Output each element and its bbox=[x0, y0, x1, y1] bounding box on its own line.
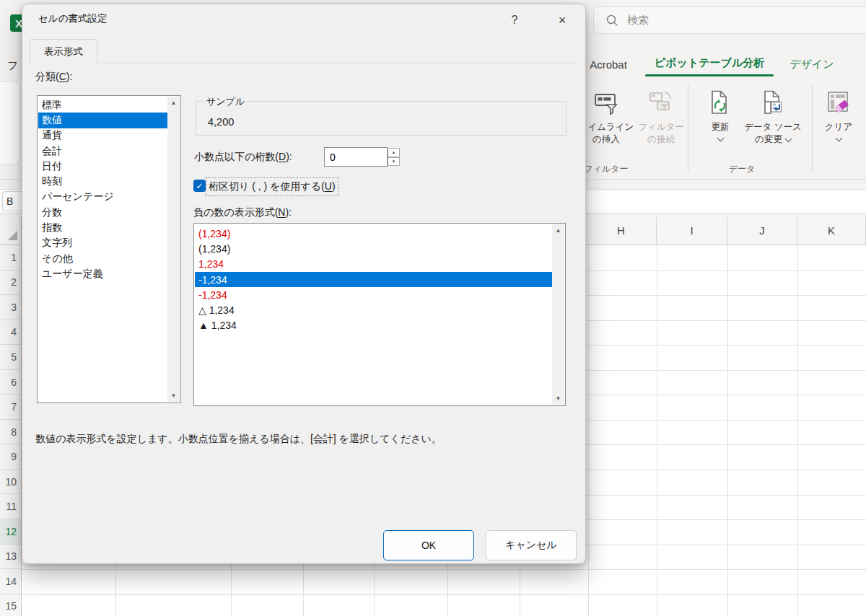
category-label: 分類(C): bbox=[35, 71, 72, 84]
row-header-7[interactable]: 7 bbox=[0, 395, 21, 420]
ribbon-group-card-partial bbox=[0, 82, 20, 164]
row-header-9[interactable]: 9 bbox=[0, 444, 21, 470]
thousand-separator-label[interactable]: 桁区切り ( , ) を使用する(U) bbox=[209, 180, 336, 193]
column-header-J[interactable]: J bbox=[727, 216, 797, 245]
clear-icon bbox=[826, 84, 852, 121]
group-separator bbox=[688, 84, 688, 173]
sample-value: 4,200 bbox=[208, 116, 234, 128]
category-item-5[interactable]: 時刻 bbox=[38, 174, 167, 189]
row-header-4[interactable]: 4 bbox=[0, 320, 21, 346]
category-item-9[interactable]: 文字列 bbox=[38, 236, 167, 251]
select-all-corner[interactable] bbox=[0, 216, 21, 245]
row-header-band[interactable]: 123456789101112131415 bbox=[0, 216, 22, 616]
row-header-15[interactable]: 15 bbox=[0, 594, 21, 616]
row-header-11[interactable]: 11 bbox=[0, 495, 21, 520]
negative-format-item-2[interactable]: 1,234 bbox=[195, 257, 552, 272]
column-header-H[interactable]: H bbox=[586, 216, 657, 245]
refresh-button[interactable]: 更新 bbox=[704, 84, 737, 172]
category-item-10[interactable]: その他 bbox=[38, 251, 167, 266]
filter-connections-label-2: の接続 bbox=[647, 133, 675, 146]
tab-number-format[interactable]: 表示形式 bbox=[30, 39, 97, 63]
close-button[interactable]: × bbox=[551, 10, 574, 30]
column-header-K[interactable]: K bbox=[797, 216, 866, 245]
negative-format-item-0[interactable]: (1,234) bbox=[195, 226, 552, 241]
change-data-source-label-2: の変更 bbox=[755, 133, 782, 146]
negative-formats-scrollbar[interactable]: ▲ ▼ bbox=[552, 224, 564, 405]
negative-format-item-3[interactable]: -1,234 bbox=[195, 272, 552, 287]
stepper-down-icon[interactable]: ▼ bbox=[388, 157, 400, 167]
insert-timeline-label-1: タイムライン bbox=[579, 121, 634, 133]
sample-groupbox: サンプル 4,200 bbox=[196, 101, 567, 136]
refresh-label: 更新 bbox=[712, 121, 730, 133]
row-header-5[interactable]: 5 bbox=[0, 345, 21, 370]
row-header-8[interactable]: 8 bbox=[0, 420, 21, 445]
category-item-11[interactable]: ユーザー定義 bbox=[38, 266, 167, 281]
category-item-4[interactable]: 日付 bbox=[38, 159, 167, 174]
tab-acrobat[interactable]: Acrobat bbox=[580, 53, 637, 75]
sample-label: サンプル bbox=[204, 95, 248, 108]
scroll-down-icon[interactable]: ▼ bbox=[552, 392, 564, 405]
clear-button[interactable]: クリア bbox=[820, 84, 857, 172]
ok-button[interactable]: OK bbox=[383, 530, 474, 560]
row-header-2[interactable]: 2 bbox=[0, 270, 21, 296]
negative-formats-listbox[interactable]: (1,234)(1,234)1,234-1,234-1,234△ 1,234▲ … bbox=[193, 223, 566, 406]
filter-connections-button: フィルター の接続 bbox=[637, 84, 686, 172]
tab-file-partial[interactable]: フ bbox=[7, 59, 18, 73]
negative-format-item-5[interactable]: △ 1,234 bbox=[195, 302, 552, 317]
scroll-up-icon[interactable]: ▲ bbox=[552, 224, 564, 237]
negative-format-item-1[interactable]: (1,234) bbox=[195, 241, 552, 256]
row-header-1[interactable]: 1 bbox=[0, 245, 21, 270]
negative-format-item-4[interactable]: -1,234 bbox=[195, 287, 552, 302]
negative-format-item-6[interactable]: ▲ 1,234 bbox=[195, 318, 552, 333]
scroll-up-icon[interactable]: ▲ bbox=[167, 97, 180, 109]
group-label-data: データ bbox=[691, 163, 792, 175]
category-item-7[interactable]: 分数 bbox=[38, 205, 167, 220]
search-input[interactable]: 検索 bbox=[593, 6, 866, 34]
decimal-places-input[interactable] bbox=[324, 147, 388, 167]
scroll-down-icon[interactable]: ▼ bbox=[167, 390, 180, 402]
refresh-dropdown-chevron-icon[interactable] bbox=[717, 135, 724, 142]
change-data-source-button[interactable]: データ ソース の変更 bbox=[740, 84, 805, 172]
gridline-vertical bbox=[588, 245, 589, 616]
category-item-0[interactable]: 標準 bbox=[38, 97, 167, 113]
category-item-6[interactable]: パーセンテージ bbox=[38, 190, 167, 205]
row-header-10[interactable]: 10 bbox=[0, 470, 21, 495]
dialog-title: セルの書式設定 bbox=[38, 12, 107, 25]
category-item-8[interactable]: 指数 bbox=[38, 220, 167, 235]
change-data-source-label-1: データ ソース bbox=[744, 121, 802, 133]
change-data-source-dropdown-chevron-icon[interactable] bbox=[784, 136, 792, 143]
column-header-I[interactable]: I bbox=[657, 216, 727, 245]
cancel-button[interactable]: キャンセル bbox=[486, 530, 577, 560]
negative-formats-label: 負の数の表示形式(N): bbox=[193, 206, 292, 219]
row-header-6[interactable]: 6 bbox=[0, 370, 21, 395]
row-header-13[interactable]: 13 bbox=[0, 545, 21, 570]
gridline-vertical bbox=[797, 245, 798, 616]
gridline-vertical bbox=[727, 245, 728, 616]
row-header-14[interactable]: 14 bbox=[0, 569, 21, 594]
tab-strip-line bbox=[30, 63, 579, 63]
dialog-description: 数値の表示形式を設定します。小数点位置を揃える場合は、[会計] を選択してくださ… bbox=[35, 433, 572, 446]
category-item-3[interactable]: 会計 bbox=[38, 144, 167, 159]
help-button[interactable]: ? bbox=[503, 10, 526, 30]
stepper-up-icon[interactable]: ▲ bbox=[388, 148, 400, 157]
tab-design[interactable]: デザイン bbox=[784, 53, 840, 75]
tab-pivottable-analyze[interactable]: ピボットテーブル分析 bbox=[642, 52, 777, 74]
category-listbox[interactable]: 標準数値通貨会計日付時刻パーセンテージ分数指数文字列その他ユーザー定義 ▲ ▼ bbox=[37, 95, 181, 403]
timeline-icon bbox=[593, 84, 619, 121]
category-item-2[interactable]: 通貨 bbox=[38, 128, 167, 144]
filter-connections-icon bbox=[648, 84, 674, 121]
row-header-3[interactable]: 3 bbox=[0, 295, 21, 320]
search-placeholder: 検索 bbox=[627, 14, 649, 27]
row-header-12[interactable]: 12 bbox=[0, 519, 21, 545]
refresh-icon bbox=[707, 84, 733, 121]
clear-dropdown-chevron-icon[interactable] bbox=[835, 135, 842, 142]
gridline-horizontal bbox=[22, 594, 866, 595]
category-scrollbar[interactable]: ▲ ▼ bbox=[167, 97, 180, 402]
decimal-places-stepper: ▲ ▼ bbox=[388, 148, 400, 166]
active-tab-underline bbox=[645, 74, 774, 76]
group-separator bbox=[812, 84, 813, 173]
category-item-1[interactable]: 数値 bbox=[38, 113, 167, 128]
thousand-separator-checkbox[interactable]: ✓ bbox=[193, 180, 206, 192]
gridline-horizontal bbox=[22, 569, 866, 570]
insert-timeline-label-2: の挿入 bbox=[592, 133, 620, 146]
